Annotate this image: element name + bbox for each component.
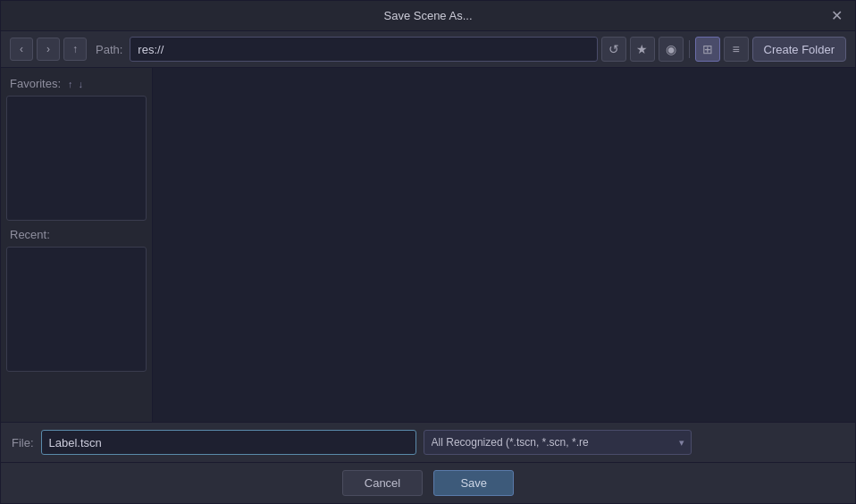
- cancel-button[interactable]: Cancel: [342, 470, 423, 496]
- grid-view-button[interactable]: ⊞: [695, 37, 720, 62]
- file-grid: [153, 68, 855, 422]
- recent-list[interactable]: [6, 247, 147, 372]
- bottom-bar: File: All Recognized (*.tscn, *.scn, *.r…: [1, 422, 855, 462]
- forward-button[interactable]: ›: [37, 38, 60, 61]
- save-scene-dialog: Save Scene As... ✕ ‹ › ↑ Path: ↺ ★ ◉ ⊞ ≡…: [0, 0, 856, 504]
- dialog-title: Save Scene As...: [383, 9, 472, 22]
- reload-button[interactable]: ↺: [601, 37, 626, 62]
- favorites-down-button[interactable]: ↓: [77, 79, 86, 89]
- favorites-header: Favorites: ↑ ↓: [6, 75, 147, 92]
- action-buttons: Cancel Save: [1, 462, 855, 503]
- filter-select[interactable]: All Recognized (*.tscn, *.scn, *.re Scen…: [424, 430, 692, 455]
- favorite-button[interactable]: ★: [630, 37, 655, 62]
- main-content: Favorites: ↑ ↓ Recent:: [1, 68, 855, 422]
- up-button[interactable]: ↑: [63, 38, 87, 61]
- recent-header: Recent:: [6, 226, 147, 243]
- file-area[interactable]: [153, 68, 855, 422]
- favorites-up-button[interactable]: ↑: [66, 79, 75, 89]
- back-button[interactable]: ‹: [10, 38, 33, 61]
- favorites-arrows: ↑ ↓: [66, 79, 85, 89]
- file-label: File:: [12, 436, 34, 449]
- favorites-section: Favorites: ↑ ↓: [6, 75, 147, 221]
- save-button[interactable]: Save: [433, 470, 514, 496]
- recent-label: Recent:: [10, 228, 50, 241]
- recent-section: Recent:: [6, 226, 147, 372]
- toolbar-divider: [689, 40, 690, 58]
- close-button[interactable]: ✕: [827, 7, 846, 25]
- sidebar: Favorites: ↑ ↓ Recent:: [1, 68, 153, 422]
- list-view-button[interactable]: ≡: [724, 37, 749, 62]
- file-input[interactable]: [41, 430, 416, 455]
- title-bar: Save Scene As... ✕: [1, 1, 855, 31]
- path-input[interactable]: [130, 37, 597, 62]
- toolbar: ‹ › ↑ Path: ↺ ★ ◉ ⊞ ≡ Create Folder: [1, 31, 855, 68]
- create-folder-button[interactable]: Create Folder: [752, 37, 846, 62]
- filter-wrapper: All Recognized (*.tscn, *.scn, *.re Scen…: [424, 430, 692, 455]
- favorites-list[interactable]: [6, 96, 147, 221]
- favorites-label: Favorites:: [10, 77, 61, 90]
- visibility-button[interactable]: ◉: [659, 37, 684, 62]
- path-label: Path:: [96, 43, 122, 56]
